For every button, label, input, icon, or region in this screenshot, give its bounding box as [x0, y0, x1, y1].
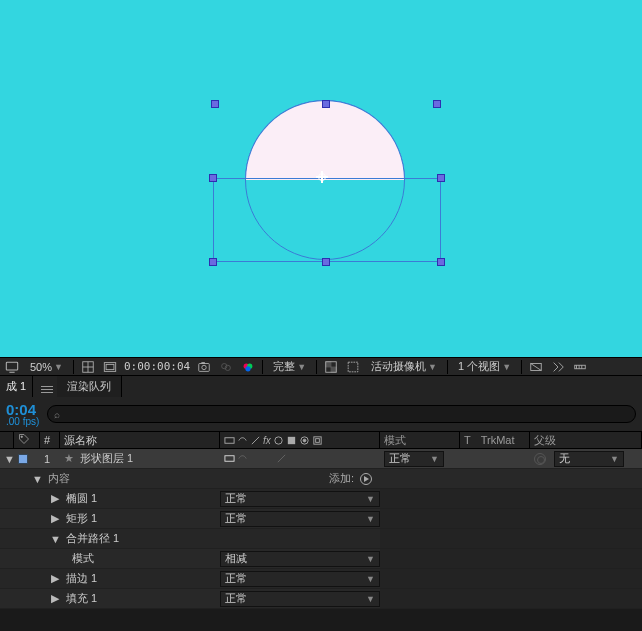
current-timecode[interactable]: 0:00:00:04 — [124, 360, 190, 373]
rect-mode-dropdown[interactable]: 正常▼ — [220, 511, 380, 527]
col-trkmat[interactable]: T TrkMat — [460, 432, 530, 448]
timeline-panel-tabs: 成 1 渲染队列 — [0, 375, 642, 397]
tab-comp-label: 成 1 — [6, 380, 26, 392]
ellipse-label: 椭圆 1 — [66, 491, 97, 506]
layer-row[interactable]: ▼ 1 ★ 形状图层 1 正常▼ 无▼ — [0, 449, 642, 469]
ellipse-mode-dropdown[interactable]: 正常▼ — [220, 491, 380, 507]
svg-point-5 — [202, 365, 206, 369]
col-index[interactable]: # — [40, 432, 60, 448]
safe-zones-icon[interactable] — [102, 359, 118, 375]
svg-rect-26 — [225, 456, 234, 462]
shy-star-icon[interactable]: ★ — [64, 452, 74, 465]
svg-rect-13 — [326, 361, 331, 366]
twirl-right-icon[interactable]: ▶ — [50, 492, 60, 505]
zoom-dropdown[interactable]: 50% ▼ — [26, 361, 67, 373]
tab-render-queue[interactable]: 渲染队列 — [57, 376, 122, 397]
monitor-icon[interactable] — [4, 359, 20, 375]
twirl-down-icon[interactable]: ▼ — [32, 473, 42, 485]
region-of-interest-icon[interactable] — [345, 359, 361, 375]
twirl-right-icon[interactable]: ▶ — [50, 592, 60, 605]
col-mode[interactable]: 模式 — [380, 432, 460, 448]
rectangle-selection-bounds[interactable] — [213, 178, 441, 262]
selection-handle[interactable] — [322, 100, 330, 108]
svg-rect-25 — [315, 438, 319, 442]
prop-row-fill[interactable]: ▶ 填充 1 正常▼ — [0, 589, 642, 609]
parent-dropdown[interactable]: 无▼ — [554, 451, 624, 467]
tab-render-label: 渲染队列 — [67, 380, 111, 392]
add-shape-button[interactable] — [360, 473, 372, 485]
views-dropdown[interactable]: 1 个视图 ▼ — [454, 359, 515, 374]
transparency-grid-icon[interactable] — [323, 359, 339, 375]
svg-rect-24 — [314, 436, 321, 443]
stroke-mode-dropdown[interactable]: 正常▼ — [220, 571, 380, 587]
show-snapshot-icon[interactable] — [218, 359, 234, 375]
search-icon: ⌕ — [54, 409, 60, 420]
panel-menu-icon[interactable] — [37, 382, 57, 397]
blend-mode-dropdown[interactable]: 正常▼ — [384, 451, 444, 467]
prop-row-merge-paths[interactable]: ▼ 合并路径 1 — [0, 529, 642, 549]
twirl-down-icon[interactable]: ▼ — [50, 533, 60, 545]
selection-handle[interactable] — [211, 100, 219, 108]
twirl-right-icon[interactable]: ▶ — [50, 572, 60, 585]
resolution-dropdown[interactable]: 完整 ▼ — [269, 359, 310, 374]
twirl-right-icon[interactable]: ▶ — [50, 512, 60, 525]
svg-rect-0 — [6, 362, 17, 370]
layer-name[interactable]: 形状图层 1 — [80, 451, 133, 466]
svg-rect-14 — [331, 367, 336, 372]
layer-switches[interactable] — [224, 453, 326, 464]
contents-label: 内容 — [48, 471, 70, 486]
timeline-toggle-icon[interactable] — [572, 359, 588, 375]
pixel-aspect-icon[interactable] — [528, 359, 544, 375]
col-eye[interactable] — [0, 432, 14, 448]
prop-row-rectangle[interactable]: ▶ 矩形 1 正常▼ — [0, 509, 642, 529]
merged-shape-fill — [245, 100, 405, 180]
svg-rect-21 — [288, 436, 295, 443]
grid-icon[interactable] — [80, 359, 96, 375]
svg-point-11 — [246, 366, 251, 371]
merge-mode-label: 模式 — [72, 551, 94, 566]
prop-row-stroke[interactable]: ▶ 描边 1 正常▼ — [0, 569, 642, 589]
timeline-info-row: 0:04 .00 fps) ⌕ — [0, 397, 642, 431]
selection-handle[interactable] — [437, 174, 445, 182]
parent-pickwhip-icon[interactable] — [534, 453, 546, 465]
svg-rect-19 — [225, 437, 234, 443]
timeline-column-headers: # 源名称 fx 模式 T TrkMat 父级 — [0, 431, 642, 449]
col-label-tag[interactable] — [14, 432, 40, 448]
twirl-down-icon[interactable]: ▼ — [4, 453, 14, 465]
svg-point-20 — [275, 436, 282, 443]
camera-dropdown[interactable]: 活动摄像机 ▼ — [367, 359, 441, 374]
stroke-label: 描边 1 — [66, 571, 97, 586]
prop-row-ellipse[interactable]: ▶ 椭圆 1 正常▼ — [0, 489, 642, 509]
chevron-down-icon: ▼ — [502, 362, 511, 372]
svg-rect-4 — [199, 363, 210, 371]
current-time-display[interactable]: 0:04 — [6, 402, 39, 417]
selection-handle[interactable] — [209, 174, 217, 182]
layer-color-label[interactable] — [18, 454, 28, 464]
color-management-icon[interactable] — [240, 359, 256, 375]
anchor-point-icon[interactable] — [316, 171, 328, 183]
layer-index: 1 — [44, 453, 50, 465]
col-parent[interactable]: 父级 — [530, 432, 642, 448]
fast-preview-icon[interactable] — [550, 359, 566, 375]
search-input[interactable] — [66, 408, 629, 420]
svg-point-23 — [303, 439, 306, 442]
snapshot-icon[interactable] — [196, 359, 212, 375]
chevron-down-icon: ▼ — [54, 362, 63, 372]
layer-search-box[interactable]: ⌕ — [47, 405, 636, 423]
chevron-down-icon: ▼ — [297, 362, 306, 372]
selection-handle[interactable] — [433, 100, 441, 108]
fill-mode-dropdown[interactable]: 正常▼ — [220, 591, 380, 607]
composition-viewport[interactable] — [0, 0, 642, 357]
col-source-name[interactable]: 源名称 — [60, 432, 220, 448]
contents-add-row: ▼ 内容 添加: — [0, 469, 642, 489]
svg-rect-15 — [348, 362, 358, 372]
selection-handle[interactable] — [322, 258, 330, 266]
rectangle-label: 矩形 1 — [66, 511, 97, 526]
selection-handle[interactable] — [209, 258, 217, 266]
tab-composition[interactable]: 成 1 — [0, 376, 33, 397]
prop-row-merge-mode[interactable]: 模式 相减▼ — [0, 549, 642, 569]
col-switches[interactable]: fx — [220, 432, 380, 448]
fps-display: .00 fps) — [6, 417, 39, 427]
merge-mode-dropdown[interactable]: 相减▼ — [220, 551, 380, 567]
selection-handle[interactable] — [437, 258, 445, 266]
